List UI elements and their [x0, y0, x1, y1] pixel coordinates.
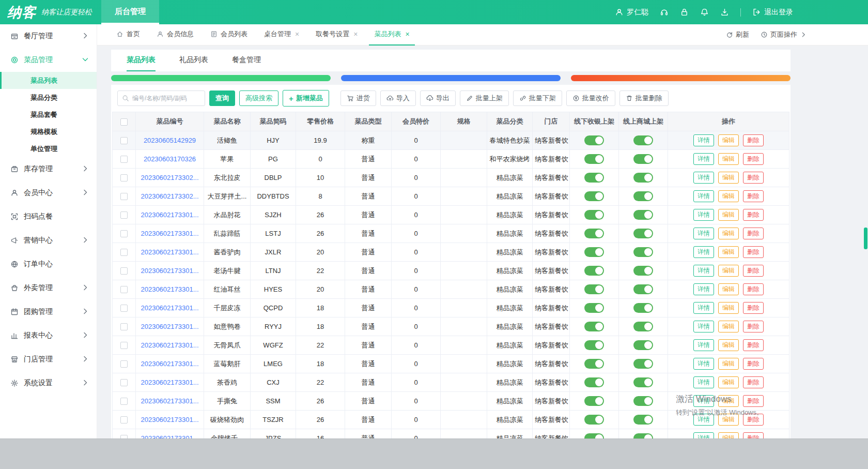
row-checkbox[interactable] — [120, 435, 128, 438]
online-mall-toggle[interactable] — [633, 340, 653, 350]
detail-button[interactable]: 详情 — [693, 321, 714, 332]
online-mall-toggle[interactable] — [633, 303, 653, 313]
offline-cashier-toggle[interactable] — [584, 210, 604, 220]
offline-cashier-toggle[interactable] — [584, 322, 604, 331]
row-checkbox[interactable] — [120, 360, 128, 368]
row-checkbox[interactable] — [120, 286, 128, 293]
search-input[interactable] — [132, 95, 200, 102]
online-mall-toggle[interactable] — [633, 154, 653, 164]
detail-button[interactable]: 详情 — [693, 302, 714, 314]
user-account[interactable]: 罗仁聪 — [615, 8, 648, 17]
offline-cashier-toggle[interactable] — [584, 135, 604, 145]
edit-button[interactable]: 编辑 — [718, 172, 739, 184]
row-checkbox[interactable] — [120, 193, 128, 200]
dish-code-link[interactable]: 20230602173302... — [141, 192, 198, 200]
delete-button[interactable]: 删除 — [743, 209, 764, 221]
close-icon[interactable]: × — [405, 31, 409, 38]
sidebar-item-takeout-manage[interactable]: 外卖管理 — [0, 276, 97, 300]
row-checkbox[interactable] — [120, 174, 128, 181]
detail-button[interactable]: 详情 — [693, 265, 714, 277]
edit-button[interactable]: 编辑 — [718, 246, 739, 258]
logout-button[interactable]: 退出登录 — [752, 8, 793, 17]
detail-button[interactable]: 详情 — [693, 358, 714, 370]
online-mall-toggle[interactable] — [633, 229, 653, 238]
offline-cashier-toggle[interactable] — [584, 396, 604, 406]
dish-code-link[interactable]: 20230603170326 — [144, 155, 196, 163]
row-checkbox[interactable] — [120, 156, 128, 163]
sidebar-item-groupbuy-manage[interactable]: 团购管理 — [0, 300, 97, 324]
row-checkbox[interactable] — [120, 305, 128, 312]
edit-button[interactable]: 编辑 — [718, 432, 739, 438]
delete-button[interactable]: 删除 — [743, 134, 764, 146]
row-checkbox[interactable] — [120, 230, 128, 237]
sidebar-subitem-unit-manage[interactable]: 单位管理 — [0, 140, 97, 157]
import-button[interactable]: 导入 — [380, 90, 416, 106]
dish-code-link[interactable]: 20230602173301... — [141, 360, 198, 368]
online-mall-toggle[interactable] — [633, 322, 653, 331]
row-checkbox[interactable] — [120, 249, 128, 256]
offline-cashier-toggle[interactable] — [584, 229, 604, 238]
dish-code-link[interactable]: 20230605142929 — [144, 137, 196, 144]
delete-button[interactable]: 删除 — [743, 376, 764, 388]
offline-cashier-toggle[interactable] — [584, 247, 604, 257]
online-mall-toggle[interactable] — [633, 135, 653, 145]
delete-button[interactable]: 删除 — [743, 302, 764, 314]
add-dish-button[interactable]: +新增菜品 — [283, 90, 329, 107]
notifications-button[interactable] — [700, 8, 709, 17]
row-checkbox[interactable] — [120, 137, 128, 144]
tab-home[interactable]: 首页 — [111, 24, 145, 46]
online-mall-toggle[interactable] — [633, 377, 653, 387]
delete-button[interactable]: 删除 — [743, 339, 764, 351]
edit-button[interactable]: 编辑 — [718, 190, 739, 202]
dish-code-link[interactable]: 20230602173301... — [141, 397, 198, 405]
detail-button[interactable]: 详情 — [693, 414, 714, 426]
export-button[interactable]: 导出 — [420, 90, 456, 106]
dish-code-link[interactable]: 20230602173301... — [141, 416, 198, 423]
edit-button[interactable]: 编辑 — [718, 265, 739, 277]
batch-price-button[interactable]: 批量改价 — [566, 90, 615, 106]
refresh-button[interactable]: 刷新 — [726, 30, 749, 39]
edit-button[interactable]: 编辑 — [718, 302, 739, 314]
online-mall-toggle[interactable] — [633, 173, 653, 183]
delete-button[interactable]: 删除 — [743, 432, 764, 438]
sidebar-subitem-spec-template[interactable]: 规格模板 — [0, 123, 97, 140]
sidebar-item-store-manage[interactable]: 门店管理 — [0, 347, 97, 371]
detail-button[interactable]: 详情 — [693, 153, 714, 165]
dish-code-link[interactable]: 20230602173301... — [141, 248, 198, 256]
dish-code-link[interactable]: 20230602173301... — [141, 304, 198, 312]
delete-button[interactable]: 删除 — [743, 246, 764, 258]
purchase-button[interactable]: 进货 — [340, 90, 376, 106]
offline-cashier-toggle[interactable] — [584, 154, 604, 164]
dish-code-link[interactable]: 20230602173301... — [141, 434, 198, 438]
delete-button[interactable]: 删除 — [743, 265, 764, 277]
download-button[interactable] — [720, 8, 729, 17]
tab-member-list[interactable]: 会员列表 — [205, 24, 253, 46]
batch-onsale-button[interactable]: 批量上架 — [460, 90, 509, 106]
dish-code-link[interactable]: 20230602173302... — [141, 174, 198, 181]
row-checkbox[interactable] — [120, 211, 128, 219]
delete-button[interactable]: 删除 — [743, 190, 764, 202]
dish-code-link[interactable]: 20230602173301... — [141, 211, 198, 219]
detail-button[interactable]: 详情 — [693, 190, 714, 202]
offline-cashier-toggle[interactable] — [584, 340, 604, 350]
sidebar-item-marketing-center[interactable]: 营销中心 — [0, 229, 97, 252]
online-mall-toggle[interactable] — [633, 359, 653, 369]
subtab-gift-list[interactable]: 礼品列表 — [179, 50, 208, 71]
detail-button[interactable]: 详情 — [693, 134, 714, 146]
row-checkbox[interactable] — [120, 342, 128, 349]
edit-button[interactable]: 编辑 — [718, 209, 739, 221]
delete-button[interactable]: 删除 — [743, 395, 764, 407]
delete-button[interactable]: 删除 — [743, 358, 764, 370]
sidebar-item-dish-manage[interactable]: 菜品管理 — [0, 48, 97, 72]
online-mall-toggle[interactable] — [633, 415, 653, 425]
edit-button[interactable]: 编辑 — [718, 395, 739, 407]
row-checkbox[interactable] — [120, 398, 128, 405]
tab-table-manage[interactable]: 桌台管理× — [259, 24, 304, 46]
detail-button[interactable]: 详情 — [693, 432, 714, 438]
edit-button[interactable]: 编辑 — [718, 228, 739, 239]
edit-button[interactable]: 编辑 — [718, 339, 739, 351]
subtab-dish-list[interactable]: 菜品列表 — [127, 50, 156, 71]
detail-button[interactable]: 详情 — [693, 376, 714, 388]
dish-code-link[interactable]: 20230602173301... — [141, 341, 198, 349]
batch-offsale-button[interactable]: 批量下架 — [513, 90, 562, 106]
